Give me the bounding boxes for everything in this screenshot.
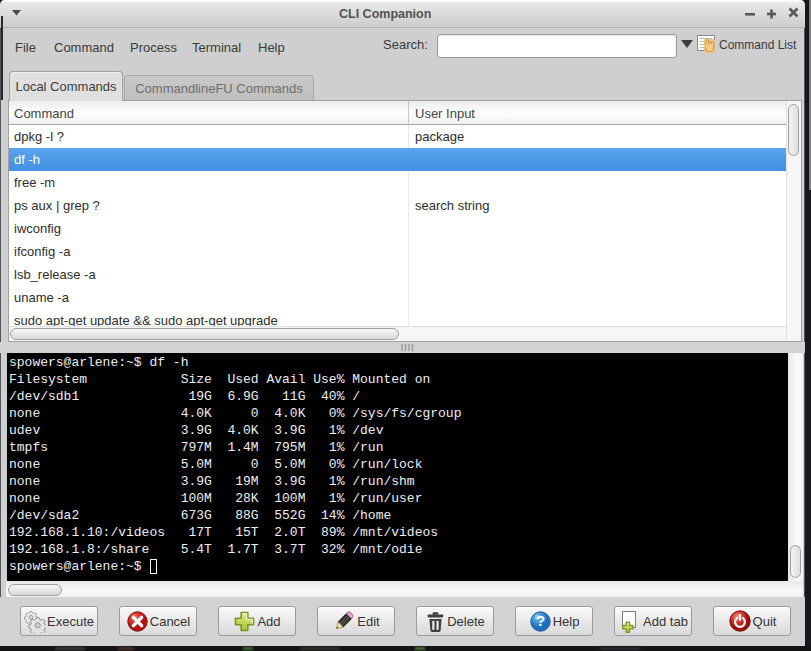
svg-text:?: ? bbox=[536, 612, 545, 629]
